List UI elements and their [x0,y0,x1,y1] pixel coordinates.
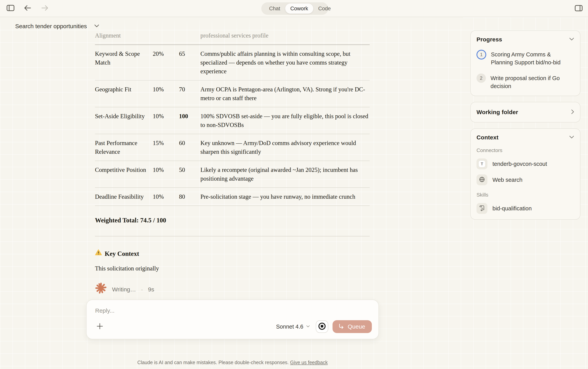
criterion-cell: Keyword & Scope Match [95,49,153,76]
step-label: Scoring Army Comms & Planning Support bi… [491,50,574,66]
writing-label: Writing… [112,285,136,294]
score-cell: 70 [179,85,200,102]
skill-item[interactable]: bid-qualification [476,203,574,214]
globe-icon [479,176,485,184]
connector-item[interactable]: T tenderb-govcon-scout [476,158,574,169]
step-number-badge: 2 [476,73,486,83]
queue-button[interactable]: Queue [333,320,372,333]
skill-tile [476,203,487,214]
progress-panel-header[interactable]: Progress [476,36,574,43]
connectors-label: Connectors [476,147,574,154]
table-header-alignment: Alignment [95,31,153,40]
step-number-badge: 1 [476,50,486,60]
connector-name: tenderb-govcon-scout [493,161,547,167]
weight-cell: 20% [153,49,179,76]
back-arrow-icon [24,4,32,12]
disclaimer: Claude is AI and can make mistakes. Plea… [86,360,379,365]
t-badge-icon: T [479,161,485,167]
table-header-profile: professional services profile [200,31,370,40]
progress-step: 2 Write proposal section if Go decision [476,73,574,90]
weight-cell: 15% [153,139,179,156]
score-cell: 65 [179,49,200,76]
table-row: Keyword & Scope Match 20% 65 Comms/publi… [95,45,370,81]
working-folder-panel: Working folder [470,102,580,123]
tab-cowork[interactable]: Cowork [285,3,313,14]
table-row: Geographic Fit 10% 70 Army OCPA is Penta… [95,81,370,107]
stop-button[interactable] [316,320,328,333]
scoring-document: Alignment professional services profile … [95,31,370,297]
task-title-dropdown[interactable]: Search tender opportunities [15,23,99,30]
stop-icon [318,322,326,331]
table-header-row: Alignment professional services profile [95,31,370,45]
weight-cell: 10% [153,192,179,201]
sidebar-toggle-button[interactable] [6,4,15,13]
score-cell: 60 [179,139,200,156]
chevron-down-icon [569,135,574,139]
context-panel: Context Connectors T tenderb-govcon-scou… [470,128,580,220]
mode-tabs: Chat Cowork Code [261,2,328,15]
queue-arrow-icon [338,323,345,330]
chevron-down-icon [94,24,99,28]
starburst-icon [95,282,107,297]
right-sidebar-toggle-button[interactable] [574,4,583,13]
table-row: Deadline Feasibility 10% 80 Pre-solicita… [95,188,370,206]
forward-button[interactable] [40,4,49,13]
model-name: Sonnet 4.6 [276,324,303,330]
context-title: Context [476,134,498,141]
key-context-body: This solicitation originally [95,264,370,273]
warning-icon [95,249,102,258]
weighted-total: Weighted Total: 74.5 / 100 [95,216,370,236]
criterion-cell: Set-Aside Eligibility [95,112,153,129]
chevron-down-icon [306,325,310,328]
score-cell: 100 [179,112,200,129]
attach-button[interactable] [95,322,105,331]
score-cell: 50 [179,165,200,183]
tab-code[interactable]: Code [313,3,336,14]
model-selector[interactable]: Sonnet 4.6 [276,324,310,330]
scroll-icon [479,205,485,212]
weight-cell: 10% [153,112,179,129]
back-button[interactable] [23,4,32,13]
progress-step: 1 Scoring Army Comms & Planning Support … [476,50,574,66]
key-context-title: Key Context [105,249,139,258]
context-panel-header[interactable]: Context [476,134,574,141]
panel-right-icon [574,4,583,13]
criterion-cell: Competitive Position [95,165,153,183]
working-folder-header[interactable]: Working folder [476,109,574,115]
reply-input[interactable] [95,307,290,314]
table-row: Competitive Position 10% 50 Likely a rec… [95,161,370,188]
step-label: Write proposal section if Go decision [491,73,574,90]
table-row: Set-Aside Eligibility 10% 100 100% SDVOS… [95,107,370,134]
progress-title: Progress [476,36,502,43]
criterion-cell: Geographic Fit [95,85,153,102]
task-title: Search tender opportunities [15,23,87,30]
connector-name: Web search [493,177,522,183]
skills-label: Skills [476,192,574,198]
rationale-cell: Likely a recompete (original awarded ~Ja… [200,165,370,183]
rationale-cell: 100% SDVOSB set-aside — you are fully el… [200,112,370,129]
panel-left-icon [6,4,15,13]
elapsed-time: 9s [148,285,154,294]
disclaimer-text: Claude is AI and can make mistakes. Plea… [137,360,289,365]
rationale-cell: Army OCPA is Pentagon-area (Arlington, V… [200,85,370,102]
table-row: Past Performance Relevance 15% 60 Key un… [95,134,370,161]
working-folder-title: Working folder [476,109,518,115]
right-rail: Progress 1 Scoring Army Comms & Planning… [470,30,580,220]
criterion-cell: Deadline Feasibility [95,192,153,201]
connector-tile: T [476,158,487,169]
weight-cell: 10% [153,85,179,102]
chevron-right-icon [571,109,574,115]
criterion-cell: Past Performance Relevance [95,139,153,156]
weight-cell: 10% [153,165,179,183]
connector-tile [476,174,487,185]
key-context-heading: Key Context [95,249,370,258]
rationale-cell: Pre-solicitation stage — you have runway… [200,192,370,201]
tab-chat[interactable]: Chat [264,3,285,14]
connector-item[interactable]: Web search [476,174,574,185]
rationale-cell: Key unknown — Army/DoD comms advisory ex… [200,139,370,156]
status-separator: · [141,285,143,294]
feedback-link[interactable]: Give us feedback [290,360,328,365]
rationale-cell: Comms/public affairs planning is within … [200,49,370,76]
chevron-down-icon [569,38,574,41]
progress-panel: Progress 1 Scoring Army Comms & Planning… [470,30,580,96]
